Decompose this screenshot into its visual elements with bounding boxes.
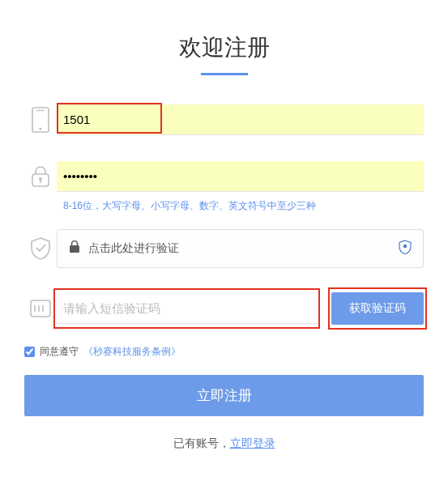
sms-row: 获取验证码 — [24, 292, 424, 325]
sms-code-icon — [24, 292, 57, 325]
svg-point-7 — [403, 245, 407, 248]
phone-icon — [24, 104, 57, 136]
login-row: 已有账号，立即登录 — [24, 436, 424, 451]
get-code-button[interactable]: 获取验证码 — [331, 292, 424, 325]
captcha-box[interactable]: 点击此处进行验证 — [57, 229, 424, 268]
phone-input[interactable] — [57, 104, 424, 135]
login-prefix: 已有账号， — [173, 436, 230, 449]
title-underline — [201, 73, 248, 75]
lock-icon — [24, 160, 57, 193]
page-title: 欢迎注册 — [24, 32, 424, 63]
lock-solid-icon — [69, 240, 80, 257]
password-hint: 8-16位，大写字母、小写字母、数字、英文符号中至少三种 — [63, 199, 424, 213]
shield-check-icon — [24, 232, 57, 265]
svg-point-1 — [39, 127, 41, 130]
terms-link[interactable]: 《秒赛科技服务条例》 — [83, 345, 181, 359]
phone-field-row — [24, 104, 424, 136]
register-button[interactable]: 立即注册 — [24, 375, 424, 416]
captcha-row: 点击此处进行验证 — [24, 229, 424, 268]
password-field-row — [24, 160, 424, 193]
sms-input[interactable] — [57, 293, 317, 324]
shield-badge-icon — [399, 240, 412, 258]
terms-row: 同意遵守 《秒赛科技服务条例》 — [24, 345, 424, 359]
captcha-text: 点击此处进行验证 — [88, 241, 179, 256]
svg-rect-6 — [70, 245, 79, 253]
terms-prefix: 同意遵守 — [40, 345, 79, 359]
terms-checkbox[interactable] — [24, 347, 35, 357]
svg-rect-8 — [31, 300, 50, 317]
password-input[interactable] — [57, 161, 424, 192]
login-link[interactable]: 立即登录 — [230, 436, 275, 449]
